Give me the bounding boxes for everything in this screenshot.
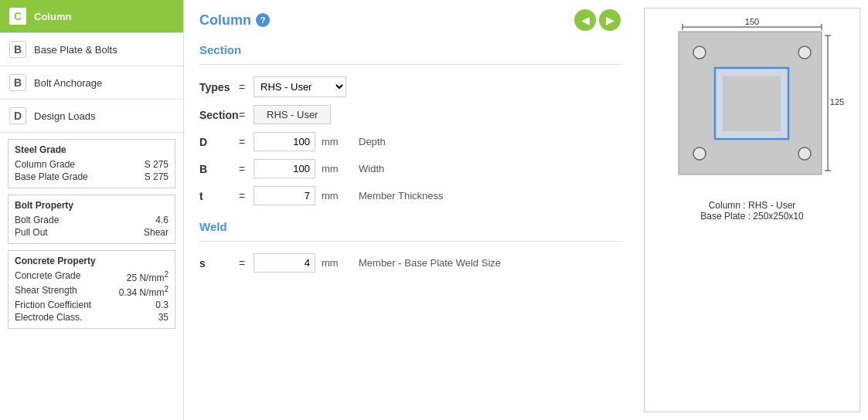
prop-value: S 275 [145,159,168,170]
field-row-s: s = mm Member - Base Plate Weld Size [199,249,621,276]
sidebar-icon-bolt-anchorage: B [9,74,26,91]
svg-text:125: 125 [830,97,844,107]
field-unit-s: mm [322,257,352,269]
field-label-B: B [199,163,230,175]
sidebar-item-bolt-anchorage[interactable]: B Bolt Anchorage [0,66,183,100]
nav-next-button[interactable]: ▶ [599,9,621,31]
prop-label: Shear Strength [15,285,77,298]
field-input-s[interactable] [254,253,315,273]
field-desc-s: Member - Base Plate Weld Size [359,257,501,269]
field-input-t[interactable] [254,186,315,205]
prop-row: Concrete Grade 25 N/mm2 [15,269,168,284]
section-button[interactable]: RHS - User [254,105,331,124]
field-desc-B: Width [359,163,384,174]
svg-point-9 [693,46,706,59]
prop-group-concrete_property: Concrete Property Concrete Grade 25 N/mm… [8,250,175,329]
sidebar-icon-design-loads: D [9,107,26,124]
sidebar-label-base-plate-bolts: Base Plate & Bolts [34,44,117,56]
section-label: Section [199,109,230,121]
types-eq: = [230,81,254,93]
prop-value: Shear [144,227,168,238]
svg-point-10 [798,46,811,59]
field-eq-t: = [230,190,254,202]
field-label-s: s [199,257,230,269]
field-unit-t: mm [322,190,352,202]
prop-value: S 275 [145,171,168,182]
section-heading: Section [199,43,241,56]
prop-group-steel_grade: Steel Grade Column Grade S 275 Base Plat… [8,139,175,188]
prop-row: Electrode Class. 35 [15,311,168,323]
field-unit-D: mm [322,136,352,147]
sidebar-icon-base-plate-bolts: B [9,41,26,58]
prop-row: Shear Strength 0.34 N/mm2 [15,284,168,299]
prop-label: Base Plate Grade [15,171,88,182]
sidebar-label-column: Column [34,11,71,22]
field-desc-t: Member Thickness [359,190,444,202]
prop-title-bolt_property: Bolt Property [15,200,168,211]
sidebar-item-base-plate-bolts[interactable]: B Base Plate & Bolts [0,33,183,66]
prop-row: Bolt Grade 4.6 [15,214,168,226]
svg-point-12 [798,147,811,160]
prop-value: 0.34 N/mm2 [119,285,168,298]
field-label-D: D [199,136,230,148]
weld-heading: Weld [199,220,621,233]
prop-row: Base Plate Grade S 275 [15,171,168,183]
section-eq: = [230,109,254,121]
prop-value: 35 [158,312,168,323]
prop-label: Friction Coefficient [15,300,91,310]
diagram-panel: 150 125 Column : RHS - User Base Plate :… [644,8,860,412]
svg-text:150: 150 [745,17,759,26]
types-select[interactable]: RHS - User CHS - User UB UC [254,76,346,97]
sidebar-item-design-loads[interactable]: D Design Loads [0,100,183,133]
prop-label: Concrete Grade [15,270,80,283]
prop-row: Column Grade S 275 [15,158,168,171]
field-input-D[interactable] [254,132,315,151]
prop-title-steel_grade: Steel Grade [15,144,168,155]
prop-label: Column Grade [15,159,75,170]
field-row-t: t = mm Member Thickness [199,182,621,209]
field-row-D: D = mm Depth [199,128,621,155]
prop-value: 4.6 [155,215,168,225]
diagram-baseplate-label: Base Plate : 250x250x10 [700,211,803,222]
prop-label: Pull Out [15,227,48,238]
diagram-svg: 150 125 [659,16,845,194]
field-unit-B: mm [322,163,352,174]
svg-rect-14 [723,76,781,131]
diagram-column-label: Column : RHS - User [700,200,803,211]
nav-prev-button[interactable]: ◀ [574,9,596,31]
sidebar-label-bolt-anchorage: Bolt Anchorage [34,77,102,89]
field-row-B: B = mm Width [199,155,621,182]
prop-label: Electrode Class. [15,312,82,323]
page-title: Column [199,12,251,29]
sidebar-icon-column: C [9,8,26,25]
sidebar-item-column[interactable]: C Column [0,0,183,33]
prop-value: 25 N/mm2 [127,270,168,283]
sidebar-label-design-loads: Design Loads [34,110,96,122]
field-input-B[interactable] [254,159,315,178]
prop-label: Bolt Grade [15,215,59,225]
field-desc-D: Depth [359,136,386,147]
prop-title-concrete_property: Concrete Property [15,256,168,266]
field-eq-B: = [230,163,254,175]
prop-value: 0.3 [155,300,168,310]
svg-point-11 [693,147,706,160]
field-eq-s: = [230,257,254,269]
types-label: Types [199,81,230,93]
prop-group-bolt_property: Bolt Property Bolt Grade 4.6 Pull Out Sh… [8,195,175,244]
help-icon[interactable]: ? [256,13,270,27]
prop-row: Pull Out Shear [15,226,168,239]
prop-row: Friction Coefficient 0.3 [15,299,168,311]
field-label-t: t [199,190,230,202]
field-eq-D: = [230,136,254,148]
